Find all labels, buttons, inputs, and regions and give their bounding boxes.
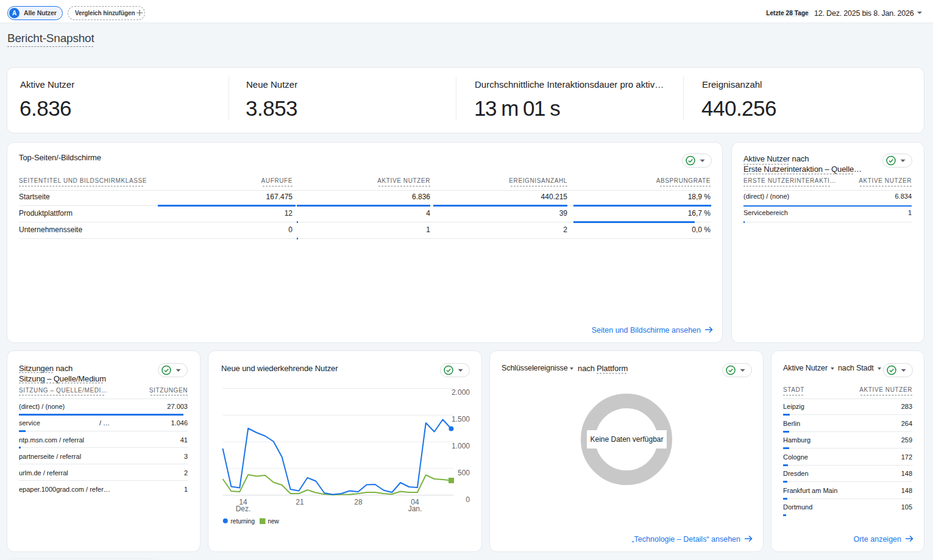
svg-text:2.000: 2.000 — [452, 388, 470, 397]
svg-text:28: 28 — [354, 498, 363, 506]
svg-text:21: 21 — [296, 498, 304, 506]
svg-text:Dez.: Dez. — [236, 505, 251, 513]
svg-text:returning: returning — [231, 518, 255, 525]
svg-text:new: new — [268, 518, 280, 525]
svg-text:1.000: 1.000 — [452, 442, 470, 450]
svg-text:Jan.: Jan. — [408, 505, 422, 513]
svg-text:500: 500 — [458, 469, 470, 477]
svg-text:0: 0 — [466, 495, 470, 504]
svg-text:1.500: 1.500 — [452, 415, 470, 424]
